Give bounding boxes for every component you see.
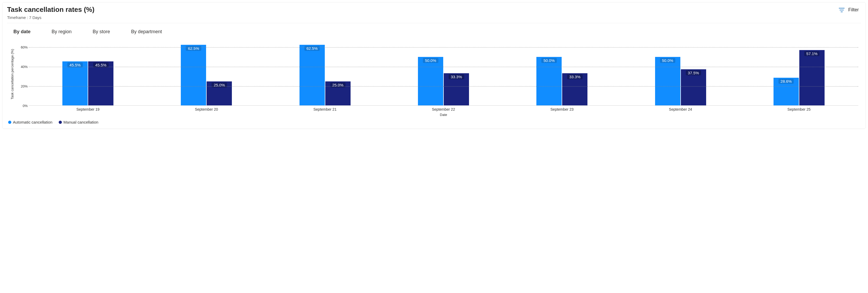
x-axis-title: Date	[29, 113, 858, 117]
x-tick-label: September 20	[147, 107, 266, 112]
chart-area: Task cancellation percentage (%) 0%20%40…	[17, 42, 861, 116]
filter-button[interactable]: Filter	[837, 5, 861, 14]
legend: Automatic cancellation Manual cancellati…	[7, 116, 861, 125]
bar-manual[interactable]: 33.3%	[444, 73, 469, 106]
x-tick-label: September 22	[384, 107, 503, 112]
bar-group: 50.0%33.3%	[384, 42, 503, 106]
bar-auto[interactable]: 62.5%	[300, 45, 325, 106]
gridline	[29, 67, 858, 67]
filter-label: Filter	[848, 7, 859, 13]
x-labels: September 19September 20September 21Sept…	[29, 107, 858, 112]
legend-item-auto[interactable]: Automatic cancellation	[8, 120, 52, 124]
card-subtitle: Timeframe : 7 Days	[7, 15, 94, 20]
bar-group: 62.5%25.0%	[266, 42, 384, 106]
bar-group: 45.5%45.5%	[29, 42, 147, 106]
tab-by-store[interactable]: By store	[93, 29, 110, 34]
legend-label-manual: Manual cancellation	[63, 120, 98, 124]
bar-manual[interactable]: 25.0%	[207, 81, 232, 106]
tab-by-department[interactable]: By department	[131, 29, 162, 34]
plot: 45.5%45.5%62.5%25.0%62.5%25.0%50.0%33.3%…	[29, 42, 858, 106]
bar-auto[interactable]: 50.0%	[655, 57, 680, 106]
bar-auto[interactable]: 62.5%	[181, 45, 206, 106]
bar-label: 50.0%	[660, 58, 675, 63]
tab-by-date[interactable]: By date	[13, 29, 31, 34]
y-tick-label: 0%	[18, 104, 28, 108]
gridline	[29, 47, 858, 48]
bar-label: 33.3%	[567, 74, 583, 79]
chart-card: Task cancellation rates (%) Timeframe : …	[2, 2, 866, 129]
legend-swatch-auto	[8, 121, 11, 124]
y-tick-label: 20%	[18, 84, 28, 88]
bar-auto[interactable]: 50.0%	[536, 57, 562, 106]
y-tick-label: 60%	[18, 45, 28, 49]
y-axis-label: Task cancellation percentage (%)	[10, 42, 15, 106]
gridline	[29, 86, 858, 87]
bar-label: 37.5%	[686, 70, 701, 76]
bar-label: 50.0%	[541, 58, 557, 63]
bar-auto[interactable]: 45.5%	[62, 61, 88, 106]
bar-label: 62.5%	[186, 46, 202, 51]
bar-manual[interactable]: 33.3%	[562, 73, 587, 106]
bar-manual[interactable]: 25.0%	[325, 81, 350, 106]
legend-item-manual[interactable]: Manual cancellation	[59, 120, 98, 124]
card-title: Task cancellation rates (%)	[7, 5, 94, 14]
bar-group: 50.0%37.5%	[621, 42, 740, 106]
x-tick-label: September 25	[740, 107, 858, 112]
bar-label: 33.3%	[449, 74, 464, 79]
title-block: Task cancellation rates (%) Timeframe : …	[7, 5, 94, 20]
x-tick-label: September 19	[29, 107, 147, 112]
x-tick-label: September 23	[503, 107, 621, 112]
filter-icon	[839, 8, 844, 12]
bar-group: 62.5%25.0%	[147, 42, 266, 106]
card-header: Task cancellation rates (%) Timeframe : …	[7, 5, 861, 23]
bar-group: 28.6%57.1%	[740, 42, 858, 106]
bar-manual[interactable]: 57.1%	[799, 50, 825, 106]
view-tabs: By dateBy regionBy storeBy department	[7, 23, 861, 34]
bar-label: 62.5%	[304, 46, 320, 51]
bar-manual[interactable]: 45.5%	[88, 61, 114, 106]
bar-auto[interactable]: 28.6%	[774, 78, 799, 106]
y-tick-label: 40%	[18, 65, 28, 69]
legend-label-auto: Automatic cancellation	[13, 120, 52, 124]
bar-manual[interactable]: 37.5%	[681, 69, 706, 106]
bar-auto[interactable]: 50.0%	[418, 57, 443, 106]
bar-label: 57.1%	[804, 51, 820, 56]
x-tick-label: September 24	[621, 107, 740, 112]
legend-swatch-manual	[59, 121, 62, 124]
tab-by-region[interactable]: By region	[52, 29, 71, 34]
bar-label: 50.0%	[423, 58, 438, 63]
bar-group: 50.0%33.3%	[503, 42, 621, 106]
bar-groups: 45.5%45.5%62.5%25.0%62.5%25.0%50.0%33.3%…	[29, 42, 858, 106]
x-tick-label: September 21	[266, 107, 384, 112]
bar-label: 28.6%	[778, 79, 794, 84]
